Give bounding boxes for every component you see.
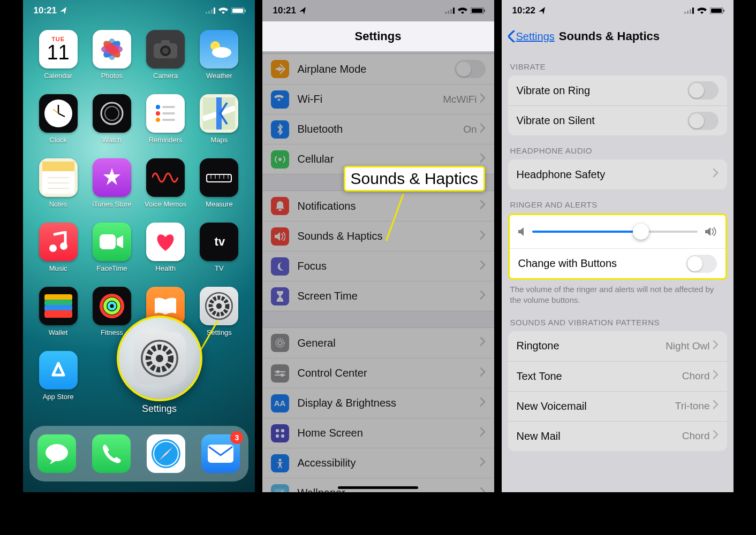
aa-icon: AA (271, 394, 289, 412)
app-itunes-store[interactable]: iTunes Store (86, 158, 138, 223)
speaker-low-icon (518, 227, 525, 236)
svg-point-63 (278, 158, 282, 161)
app-health[interactable]: Health (140, 223, 191, 287)
row-control-center[interactable]: Control Center (262, 358, 494, 388)
app-maps[interactable]: Maps (193, 94, 245, 158)
app-music[interactable]: Music (33, 223, 84, 287)
row-ringtone[interactable]: RingtoneNight Owl (508, 331, 727, 361)
speaker-high-icon (705, 227, 717, 236)
chevron-right-icon (480, 426, 486, 440)
dock-safari[interactable] (147, 434, 185, 473)
row-label: General (298, 337, 480, 349)
row-change-with-buttons[interactable]: Change with Buttons (510, 248, 725, 278)
chevron-right-icon (480, 336, 486, 350)
app-settings[interactable]: Settings (193, 287, 245, 351)
row-vibrate-on-ring[interactable]: Vibrate on Ring (508, 75, 727, 105)
svg-rect-50 (100, 234, 116, 249)
bell-icon (271, 197, 289, 215)
back-button[interactable]: Settings (508, 30, 555, 43)
section-header-headphone: HEADPHONE AUDIO (502, 135, 734, 159)
svg-point-23 (212, 47, 231, 58)
app-wallet[interactable]: Wallet (33, 287, 84, 351)
toggle-change-with-buttons[interactable] (686, 255, 717, 273)
row-airplane-mode[interactable]: Airplane Mode (262, 54, 494, 84)
row-sounds-haptics[interactable]: Sounds & Haptics (262, 221, 494, 251)
row-bluetooth[interactable]: BluetoothOn (262, 114, 494, 144)
row-label: Control Center (298, 367, 480, 379)
app-label: Music (49, 264, 67, 272)
app-voice-memos[interactable]: Voice Memos (140, 158, 191, 223)
settings-group-connectivity: Airplane ModeWi-FiMcWiFiBluetoothOnCellu… (262, 54, 494, 174)
svg-point-57 (109, 303, 115, 309)
svg-point-65 (278, 341, 282, 345)
row-text-tone[interactable]: Text ToneChord (508, 361, 727, 391)
nav-bar: Settings Sounds & Haptics (502, 21, 734, 51)
app-watch[interactable]: Watch (86, 94, 138, 158)
app-fitness[interactable]: Fitness (86, 287, 138, 351)
chevron-right-icon (480, 93, 486, 106)
signal-icon (206, 7, 215, 14)
row-wi-fi[interactable]: Wi-FiMcWiFi (262, 84, 494, 114)
group-ringer-highlighted: Change with Buttons (508, 213, 727, 280)
app-label: Calendar (44, 72, 72, 80)
row-accessibility[interactable]: Accessibility (262, 448, 494, 478)
home-indicator[interactable] (338, 486, 418, 489)
app-label: Maps (210, 136, 228, 144)
row-home-screen[interactable]: Home Screen (262, 418, 494, 448)
health-icon (146, 223, 185, 261)
app-weather[interactable]: Weather (193, 30, 245, 94)
app-photos[interactable]: Photos (86, 30, 138, 94)
app-facetime[interactable]: FaceTime (86, 223, 138, 287)
row-vibrate-on-silent[interactable]: Vibrate on Silent (508, 105, 727, 135)
chevron-right-icon (480, 259, 486, 273)
row-display-brightness[interactable]: AADisplay & Brightness (262, 388, 494, 418)
app-reminders[interactable]: Reminders (140, 94, 191, 158)
app-notes[interactable]: Notes (33, 158, 84, 223)
dock-messages[interactable] (37, 434, 76, 473)
toggle[interactable] (455, 60, 486, 78)
row-headphone-safety[interactable]: Headphone Safety (508, 159, 727, 189)
row-screen-time[interactable]: Screen Time (262, 281, 494, 311)
measure-icon (200, 158, 238, 197)
calendar-icon: TUE11 (39, 30, 78, 68)
row-general[interactable]: General (262, 328, 494, 358)
svg-rect-71 (276, 429, 279, 432)
app-calendar[interactable]: TUE11Calendar (33, 30, 84, 94)
timer-icon (271, 287, 289, 305)
section-header-ringer: RINGER AND ALERTS (502, 189, 734, 213)
svg-point-32 (156, 118, 160, 122)
row-notifications[interactable]: Notifications (262, 191, 494, 221)
row-wallpaper[interactable]: Wallpaper (262, 478, 494, 492)
row-label: Ringtone (517, 340, 666, 352)
ringer-volume-slider[interactable] (532, 231, 698, 233)
app-books[interactable]: Books (140, 287, 191, 351)
app-clock[interactable]: Clock (33, 94, 84, 158)
status-time: 10:22 (512, 5, 535, 16)
row-focus[interactable]: Focus (262, 251, 494, 281)
app-label: Fitness (101, 328, 123, 337)
dock-mail[interactable]: 3 (201, 434, 240, 473)
dock-phone[interactable] (92, 434, 131, 473)
row-new-mail[interactable]: New MailChord (508, 421, 727, 451)
app-app-store[interactable]: App Store (33, 351, 84, 415)
toggle[interactable] (687, 112, 719, 130)
row-new-voicemail[interactable]: New VoicemailTri-tone (508, 391, 727, 421)
sound-icon (271, 227, 289, 246)
airplane-icon (271, 60, 289, 78)
app-measure[interactable]: Measure (193, 158, 245, 223)
chevron-right-icon (713, 167, 719, 181)
chevron-right-icon (480, 289, 486, 303)
cc-icon (271, 364, 289, 383)
svg-point-66 (276, 339, 284, 347)
chevron-right-icon (713, 429, 719, 443)
row-label: Vibrate on Ring (517, 85, 687, 97)
app-camera[interactable]: Camera (140, 30, 191, 94)
group-headphone: Headphone Safety (508, 159, 727, 189)
settings-list[interactable]: Airplane ModeWi-FiMcWiFiBluetoothOnCellu… (262, 54, 494, 492)
location-icon (539, 7, 546, 14)
app-tv[interactable]: tvTV (193, 223, 245, 287)
toggle[interactable] (687, 81, 719, 100)
maps-icon (200, 94, 238, 133)
row-label: Headphone Safety (517, 169, 713, 181)
facetime-icon (93, 223, 131, 261)
